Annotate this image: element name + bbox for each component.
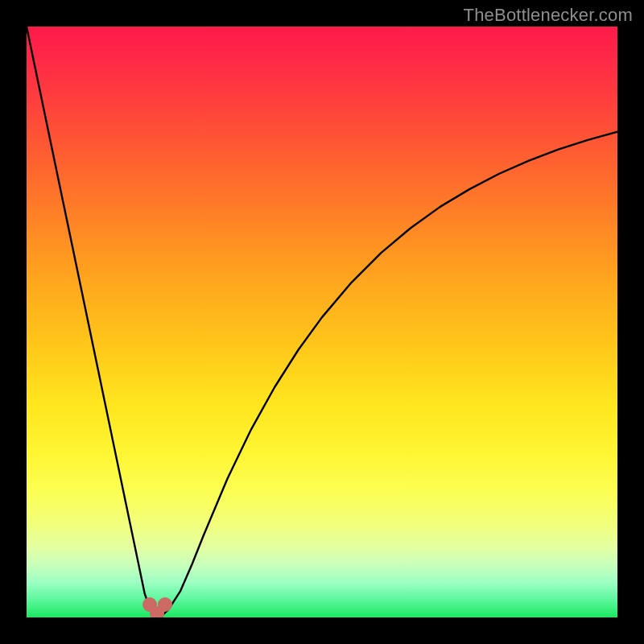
bottleneck-curve bbox=[27, 27, 617, 615]
plot-area bbox=[27, 27, 617, 617]
chart-frame: TheBottlenecker.com bbox=[0, 0, 644, 644]
watermark-text: TheBottlenecker.com bbox=[464, 5, 633, 26]
curve-svg bbox=[27, 27, 617, 617]
marker-bottom bbox=[150, 606, 164, 617]
